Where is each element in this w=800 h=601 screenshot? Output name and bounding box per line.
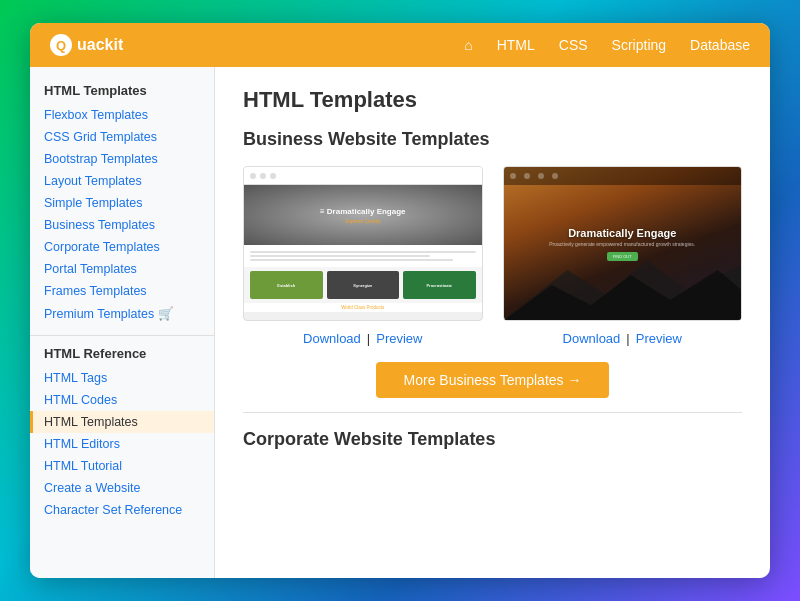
tp1-subtitle: Superior Quality [320, 218, 406, 224]
sidebar-item-charset[interactable]: Character Set Reference [30, 499, 214, 521]
sidebar-item-portal[interactable]: Portal Templates [30, 258, 214, 280]
tp1-thumb3: Procrastinate [403, 271, 476, 299]
nav-scripting[interactable]: Scripting [612, 36, 666, 54]
template2-download-link[interactable]: Download [563, 331, 621, 346]
nav-database-link[interactable]: Database [690, 37, 750, 53]
tp1-dot1 [250, 173, 256, 179]
template1-links: Download | Preview [303, 331, 422, 346]
sidebar-item-create-website[interactable]: Create a Website [30, 477, 214, 499]
section1-title: Business Website Templates [243, 129, 742, 150]
tp1-line1 [250, 251, 476, 253]
sidebar-item-html-templates[interactable]: HTML Templates [30, 411, 214, 433]
tp1-header [244, 167, 482, 185]
tp1-bottom-row: Establish Synergize Procrastinate [244, 267, 482, 303]
sidebar: HTML Templates Flexbox Templates CSS Gri… [30, 67, 215, 578]
template-preview-2: Dramatically Engage Proactively generate… [503, 166, 743, 321]
nav-html[interactable]: HTML [497, 36, 535, 54]
main-window: Q uackit ⌂ HTML CSS Scripting Database [30, 23, 770, 578]
sidebar-item-layout[interactable]: Layout Templates [30, 170, 214, 192]
nav-database[interactable]: Database [690, 36, 750, 54]
nav-html-link[interactable]: HTML [497, 37, 535, 53]
template2-preview-link[interactable]: Preview [636, 331, 682, 346]
tp1-dot2 [260, 173, 266, 179]
template2-separator: | [626, 331, 629, 346]
sidebar-item-flexbox[interactable]: Flexbox Templates [30, 104, 214, 126]
sidebar-item-html-tags[interactable]: HTML Tags [30, 367, 214, 389]
tp1-body [244, 245, 482, 267]
tp1-thumb3-label: Procrastinate [426, 283, 452, 288]
sidebar-item-premium[interactable]: Premium Templates 🛒 [30, 302, 214, 325]
brand-name: uackit [77, 36, 123, 54]
tp2-content: Dramatically Engage Proactively generate… [504, 167, 742, 320]
brand-icon: Q [50, 34, 72, 56]
tp1-thumb2: Synergize [327, 271, 400, 299]
template-card-2: Dramatically Engage Proactively generate… [503, 166, 743, 346]
sidebar-item-cssgrid[interactable]: CSS Grid Templates [30, 126, 214, 148]
tp1-hero-content: ≡ Dramatically Engage Superior Quality [320, 207, 406, 224]
sidebar-item-corporate[interactable]: Corporate Templates [30, 236, 214, 258]
template2-links: Download | Preview [563, 331, 682, 346]
sidebar-item-html-editors[interactable]: HTML Editors [30, 433, 214, 455]
tp2-sub-text: Proactively generate empowered manufactu… [549, 241, 695, 247]
more-business-button[interactable]: More Business Templates → [376, 362, 610, 398]
template1-separator: | [367, 331, 370, 346]
template1-preview-link[interactable]: Preview [376, 331, 422, 346]
sidebar-item-html-codes[interactable]: HTML Codes [30, 389, 214, 411]
tp2-btn: FIND OUT [607, 252, 638, 261]
nav-links: ⌂ HTML CSS Scripting Database [464, 36, 750, 54]
body-layout: HTML Templates Flexbox Templates CSS Gri… [30, 67, 770, 578]
main-content: HTML Templates Business Website Template… [215, 67, 770, 578]
navbar: Q uackit ⌂ HTML CSS Scripting Database [30, 23, 770, 67]
more-btn-row: More Business Templates → [243, 362, 742, 398]
nav-home-link[interactable]: ⌂ [464, 37, 472, 53]
template1-download-link[interactable]: Download [303, 331, 361, 346]
nav-scripting-link[interactable]: Scripting [612, 37, 666, 53]
tp2-main-text: Dramatically Engage [568, 227, 676, 239]
sidebar-section1-title: HTML Templates [30, 83, 214, 104]
tp1-thumb2-label: Synergize [353, 283, 372, 288]
tp1-line2 [250, 255, 430, 257]
tp1-thumb1: Establish [250, 271, 323, 299]
sidebar-item-frames[interactable]: Frames Templates [30, 280, 214, 302]
nav-css[interactable]: CSS [559, 36, 588, 54]
section2-title: Corporate Website Templates [243, 429, 742, 450]
home-icon: ⌂ [464, 37, 472, 53]
tp1-line3 [250, 259, 453, 261]
sidebar-item-business[interactable]: Business Templates [30, 214, 214, 236]
tp1-hero: ≡ Dramatically Engage Superior Quality [244, 185, 482, 245]
sidebar-section2-title: HTML Reference [30, 346, 214, 367]
nav-home[interactable]: ⌂ [464, 36, 472, 54]
brand[interactable]: Q uackit [50, 34, 123, 56]
sidebar-item-bootstrap[interactable]: Bootstrap Templates [30, 148, 214, 170]
page-title: HTML Templates [243, 87, 742, 113]
section-divider [243, 412, 742, 413]
tp1-hero-text: ≡ Dramatically Engage [320, 207, 406, 216]
template-preview-1: ≡ Dramatically Engage Superior Quality E… [243, 166, 483, 321]
sidebar-item-html-tutorial[interactable]: HTML Tutorial [30, 455, 214, 477]
tp1-dot3 [270, 173, 276, 179]
tp1-footer: World Class Products [244, 303, 482, 312]
templates-grid: ≡ Dramatically Engage Superior Quality E… [243, 166, 742, 346]
sidebar-divider [30, 335, 214, 336]
sidebar-item-simple[interactable]: Simple Templates [30, 192, 214, 214]
tp1-thumb1-label: Establish [277, 283, 295, 288]
nav-css-link[interactable]: CSS [559, 37, 588, 53]
brand-q: Q [56, 38, 66, 53]
template-card-1: ≡ Dramatically Engage Superior Quality E… [243, 166, 483, 346]
